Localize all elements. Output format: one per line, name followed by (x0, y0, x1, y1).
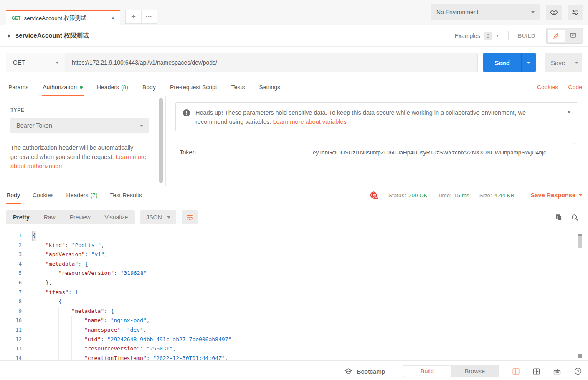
save-button-group: Save (545, 53, 582, 72)
bootcamp-label: Bootcamp (357, 368, 385, 375)
chevron-down-icon (531, 11, 535, 13)
response-tab-body[interactable]: Body (6, 186, 21, 204)
new-tab-button[interactable]: + (126, 10, 141, 23)
auth-detail-panel: Heads up! These parameters hold sensitiv… (166, 96, 588, 186)
two-pane-view-button[interactable] (532, 367, 540, 375)
keyboard-shortcuts-button[interactable] (553, 367, 561, 375)
send-button-group: Send (483, 53, 536, 72)
environment-selector-value: No Environment (436, 9, 478, 15)
close-tab-icon[interactable]: × (110, 15, 116, 22)
response-tab-headers[interactable]: Headers (7) (66, 186, 99, 204)
environment-cluster: No Environment (431, 4, 583, 20)
request-tab[interactable]: GET serviceAccount 权限测试 × (6, 10, 120, 25)
line-number: 7 (0, 288, 22, 297)
toggle-sidebar-button[interactable] (512, 367, 520, 375)
send-options-button[interactable] (521, 53, 536, 72)
response-tab-test-results[interactable]: Test Results (109, 186, 143, 204)
auth-type-label: TYPE (10, 107, 165, 113)
build-browse-switcher: Build Browse (403, 365, 499, 377)
comment-icon (570, 32, 577, 39)
save-response-button[interactable]: Save Response (531, 192, 582, 199)
status-bar: Bootcamp Build Browse ? (0, 362, 588, 380)
pencil-icon (553, 32, 560, 39)
sensitive-data-banner: Heads up! These parameters hold sensitiv… (175, 102, 578, 131)
response-tab-cookies[interactable]: Cookies (32, 186, 55, 204)
disclosure-triangle-icon[interactable] (8, 34, 10, 38)
tab-method-badge: GET (12, 16, 20, 20)
view-pretty[interactable]: Pretty (6, 214, 37, 221)
response-horizontal-scrollbar[interactable] (0, 360, 588, 361)
environment-quick-look-button[interactable] (546, 5, 562, 20)
tab-body[interactable]: Body (142, 78, 157, 96)
tab-title: serviceAccount 权限测试 (24, 15, 110, 22)
response-tab-cookies-label: Cookies (33, 192, 54, 199)
divider (523, 191, 523, 200)
code-link[interactable]: Code (568, 84, 582, 91)
wrap-text-icon (186, 214, 193, 221)
tab-authorization[interactable]: Authorization (42, 78, 84, 96)
response-meta: Status:200 OK Time:15 ms Size:4.44 KB Sa… (370, 191, 582, 200)
examples-count-badge: 0 (484, 32, 492, 40)
method-value: GET (13, 59, 25, 66)
help-button[interactable]: ? (574, 367, 582, 375)
environment-settings-button[interactable] (568, 5, 583, 20)
browse-option[interactable]: Browse (451, 366, 499, 377)
copy-response-button[interactable] (555, 214, 563, 221)
auth-type-selector[interactable]: Bearer Token (10, 118, 149, 133)
tab-settings[interactable]: Settings (258, 78, 281, 96)
tab-params-label: Params (8, 84, 28, 91)
build-option[interactable]: Build (403, 366, 451, 377)
examples-label[interactable]: Examples (455, 33, 480, 39)
wrap-lines-button[interactable] (182, 210, 198, 224)
edit-request-button[interactable] (548, 30, 565, 42)
tab-headers-label: Headers (97, 84, 119, 91)
scrollbar-thumb[interactable] (578, 236, 582, 248)
cookies-link[interactable]: Cookies (537, 84, 558, 91)
headers-count: (8) (121, 84, 128, 91)
view-raw[interactable]: Raw (37, 214, 63, 221)
view-preview[interactable]: Preview (63, 214, 98, 221)
search-response-button[interactable] (571, 214, 579, 221)
tab-params[interactable]: Params (8, 78, 29, 96)
svg-text:?: ? (577, 369, 579, 374)
banner-message: Heads up! These parameters hold sensitiv… (195, 109, 526, 125)
request-tabs: Params Authorization Headers (8) Body Pr… (0, 78, 588, 96)
network-warning-icon[interactable] (370, 191, 378, 200)
response-tab-body-label: Body (7, 192, 20, 199)
tab-pre-request-script[interactable]: Pre-request Script (169, 78, 218, 96)
tab-headers[interactable]: Headers (8) (96, 78, 129, 96)
url-input[interactable] (65, 53, 477, 72)
format-value: JSON (146, 214, 162, 221)
edit-comment-group (546, 28, 583, 44)
view-visualize[interactable]: Visualize (98, 214, 135, 221)
tab-tests[interactable]: Tests (231, 78, 246, 96)
learn-more-variables-link[interactable]: Learn more about variables (273, 118, 347, 125)
environment-selector[interactable]: No Environment (431, 4, 540, 20)
method-selector[interactable]: GET (6, 53, 65, 72)
response-body-editor[interactable]: 1{2"kind": "PodList",3"apiVersion": "v1"… (0, 231, 588, 361)
more-tabs-button[interactable]: ••• (141, 10, 157, 23)
status-label: Status: (388, 192, 406, 199)
response-vertical-scrollbar[interactable] (578, 234, 582, 358)
token-input[interactable] (307, 143, 575, 161)
comment-button[interactable] (565, 30, 581, 42)
line-number: 3 (0, 250, 22, 259)
line-number: 9 (0, 307, 22, 316)
tab-strip: GET serviceAccount 权限测试 × + ••• No Envir… (0, 0, 588, 25)
auth-panel-scrollbar[interactable] (159, 98, 163, 183)
bootcamp-button[interactable]: Bootcamp (344, 367, 385, 375)
send-button[interactable]: Send (483, 53, 521, 72)
divider (508, 31, 509, 40)
format-selector[interactable]: JSON (140, 210, 176, 224)
tab-settings-label: Settings (259, 84, 280, 91)
chevron-down-icon (575, 62, 578, 64)
response-tab-headers-label: Headers (66, 192, 89, 199)
save-button[interactable]: Save (545, 53, 571, 72)
close-banner-icon[interactable]: × (567, 108, 571, 116)
scroll-down-button[interactable] (578, 354, 582, 358)
chevron-down-icon[interactable] (496, 35, 499, 37)
auth-type-panel: TYPE Bearer Token The authorization head… (0, 96, 166, 186)
save-options-button[interactable] (571, 53, 582, 72)
auth-type-value: Bearer Token (16, 122, 52, 129)
tab-tests-label: Tests (231, 84, 245, 91)
